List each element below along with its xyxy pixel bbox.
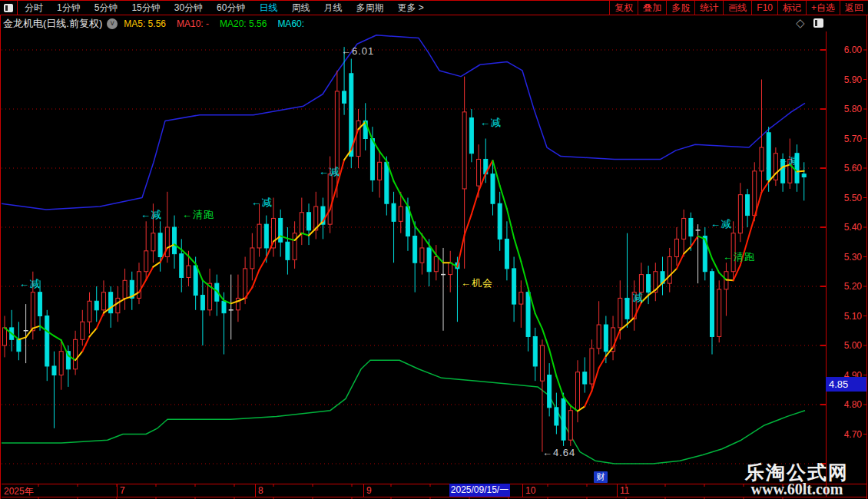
- panel-icon: [4, 4, 13, 12]
- crosshair-price-box: 4.85: [826, 377, 866, 392]
- action-menu-item-3[interactable]: 统计: [694, 1, 723, 15]
- timeframe-tab-5[interactable]: 60分钟: [210, 1, 252, 15]
- chart-annotation: ←减: [480, 116, 502, 130]
- watermark-site-name: 乐淘公式网: [745, 463, 849, 481]
- ma-legend-item-0: MA5: 5.56: [124, 18, 166, 29]
- action-menu-item-4[interactable]: 画线: [723, 1, 751, 15]
- timeframe-tab-0[interactable]: 分时: [18, 1, 50, 15]
- action-menu-item-8[interactable]: 返回: [840, 1, 868, 15]
- timeframe-tab-3[interactable]: 15分钟: [124, 1, 167, 15]
- watermark: 乐淘公式网 www.60lt.com: [745, 463, 849, 497]
- action-menu-item-2[interactable]: 多股: [666, 1, 694, 15]
- month-label: 2025年: [4, 485, 34, 498]
- month-separator: [617, 484, 618, 497]
- price-axis-label: 5.00: [830, 340, 862, 351]
- watermark-url: www.60lt.com: [745, 481, 849, 497]
- ma-legend-item-3: MA60:: [277, 18, 304, 29]
- price-axis-label: 6.00: [830, 45, 862, 55]
- action-menu-item-0[interactable]: 复权: [609, 1, 638, 15]
- chart-annotation: ←减: [778, 154, 800, 167]
- timeframe-tab-1[interactable]: 1分钟: [50, 1, 88, 15]
- event-badge[interactable]: 财: [594, 471, 608, 483]
- price-axis-label: 5.30: [830, 252, 862, 263]
- price-axis-label: 4.70: [830, 429, 862, 440]
- action-menu-item-5[interactable]: F10: [751, 1, 777, 15]
- month-separator: [117, 484, 118, 497]
- chart-annotation: ←减: [319, 165, 340, 179]
- chart-annotation: ←减: [711, 217, 732, 231]
- action-menu-item-1[interactable]: 叠加: [638, 1, 666, 15]
- price-axis-label: 5.20: [830, 281, 862, 292]
- diamond-icon[interactable]: ◇: [796, 16, 805, 30]
- month-label: 11: [620, 485, 629, 496]
- ma-legend-item-2: MA20: 5.56: [220, 18, 267, 29]
- candlestick-chart[interactable]: [0, 0, 868, 499]
- price-axis-label: 5.40: [830, 222, 862, 233]
- price-axis-label: 5.60: [830, 163, 862, 173]
- month-separator: [522, 484, 523, 497]
- ma-legend: MA5: 5.56MA10: -MA20: 5.56MA60:: [124, 18, 315, 29]
- timeframe-tab-7[interactable]: 周线: [284, 1, 316, 15]
- price-axis-label: 5.10: [830, 311, 862, 322]
- chart-annotation: ←减: [622, 291, 644, 305]
- timeframe-tab-9[interactable]: 多周期: [349, 1, 390, 15]
- timeframe-menu: 分时1分钟5分钟15分钟30分钟60分钟日线周线月线多周期更多 >: [18, 1, 431, 15]
- chart-annotation: ←6.01: [341, 45, 374, 57]
- price-axis-label: 5.70: [830, 134, 862, 144]
- timeframe-tab-4[interactable]: 30分钟: [167, 1, 210, 15]
- stock-title: 金龙机电(日线.前复权): [3, 17, 102, 31]
- chart-annotation: ←机会: [461, 276, 493, 290]
- crosshair-date-box: 2025/09/15/一: [449, 484, 510, 497]
- timeframe-tab-2[interactable]: 5分钟: [88, 1, 125, 15]
- price-axis-label: 5.80: [830, 104, 862, 114]
- split-panel-icon[interactable]: [813, 18, 823, 28]
- month-label: 9: [366, 485, 372, 496]
- action-menu-item-7[interactable]: +自选: [806, 1, 840, 15]
- timeframe-tab-10[interactable]: 更多 >: [390, 1, 430, 15]
- layout-panel-icon[interactable]: [0, 1, 18, 15]
- infobar: 金龙机电(日线.前复权) ˅ MA5: 5.56MA10: -MA20: 5.5…: [0, 16, 868, 31]
- timeframe-tab-6[interactable]: 日线: [252, 1, 284, 15]
- month-label: 10: [525, 485, 535, 496]
- chart-annotation: ←减: [141, 208, 162, 222]
- action-menu: 复权叠加多股统计画线F10标记+自选返回: [609, 1, 868, 15]
- chart-annotation: ←清跑: [723, 250, 755, 264]
- price-axis-label: 5.90: [830, 74, 862, 85]
- month-separator: [363, 484, 364, 497]
- month-label: 8: [258, 485, 263, 496]
- chevron-down-icon[interactable]: ˅: [107, 18, 118, 29]
- price-axis-label: 5.50: [830, 193, 862, 203]
- chart-annotation: ←清跑: [182, 208, 214, 222]
- chart-annotation: ←4.64: [542, 447, 575, 458]
- ma-legend-item-1: MA10: -: [177, 18, 209, 29]
- month-separator: [255, 484, 256, 497]
- month-label: 7: [120, 485, 125, 496]
- price-axis-label: 4.80: [830, 399, 862, 410]
- timeframe-tab-8[interactable]: 月线: [316, 1, 349, 15]
- chart-annotation: ←减: [19, 277, 41, 291]
- chart-annotation: ←减: [251, 196, 273, 210]
- app-window: 分时1分钟5分钟15分钟30分钟60分钟日线周线月线多周期更多 > 复权叠加多股…: [0, 0, 868, 499]
- action-menu-item-6[interactable]: 标记: [777, 1, 806, 15]
- titlebar: 分时1分钟5分钟15分钟30分钟60分钟日线周线月线多周期更多 > 复权叠加多股…: [0, 0, 868, 15]
